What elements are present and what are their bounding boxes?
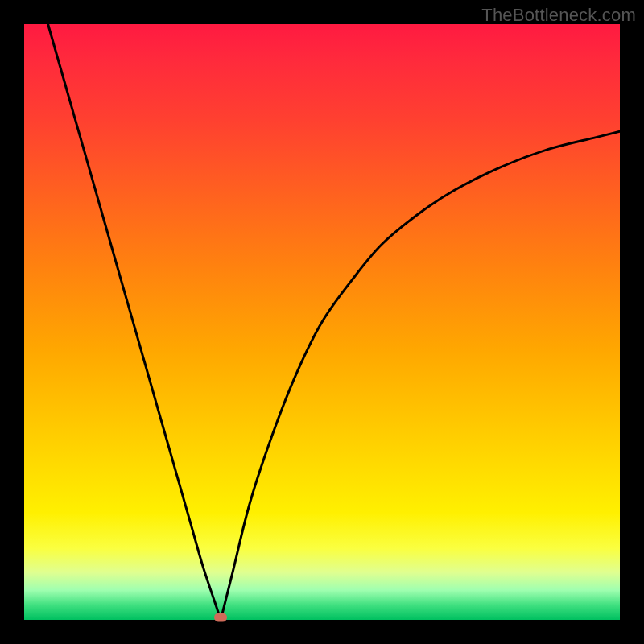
- curve-svg: [24, 24, 620, 620]
- minimum-marker: [214, 613, 227, 622]
- chart-frame: TheBottleneck.com: [0, 0, 644, 644]
- plot-area: [24, 24, 620, 620]
- watermark-text: TheBottleneck.com: [481, 5, 636, 26]
- curve-left-branch: [48, 24, 221, 620]
- curve-right-branch: [221, 131, 620, 620]
